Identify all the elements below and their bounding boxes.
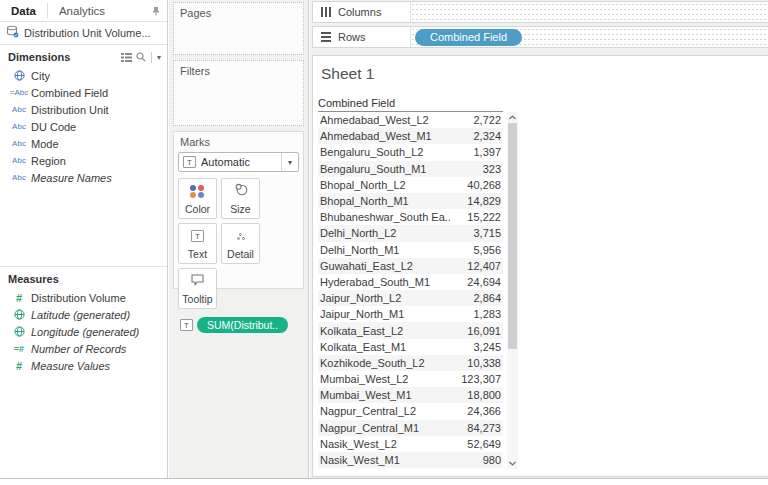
row-header: Kozhikode_South_L2 bbox=[318, 357, 450, 369]
globe-icon bbox=[14, 306, 25, 324]
marks-size-button[interactable]: Size bbox=[221, 178, 260, 219]
row-header: Bhopal_North_L2 bbox=[318, 179, 450, 191]
cell-value: 14,829 bbox=[450, 195, 501, 207]
measure-field[interactable]: Longitude (generated) bbox=[0, 323, 167, 340]
dimension-field[interactable]: AbcRegion bbox=[0, 152, 167, 169]
sheet-title[interactable]: Sheet 1 bbox=[313, 56, 768, 83]
table-row[interactable]: Jaipur_North_M11,283 bbox=[318, 306, 503, 322]
tab-data[interactable]: Data bbox=[0, 0, 47, 21]
dimension-field[interactable]: AbcMeasure Names bbox=[0, 169, 167, 186]
dimensions-list: City=AbcCombined FieldAbcDistribution Un… bbox=[0, 67, 167, 186]
scroll-down-icon[interactable] bbox=[507, 458, 518, 469]
table-row[interactable]: Mumbai_West_M118,800 bbox=[318, 387, 503, 403]
marks-card: Marks T Automatic ▾ ColorSizeTTextDetail… bbox=[173, 131, 304, 289]
marks-tooltip-button[interactable]: Tooltip bbox=[178, 268, 217, 309]
mark-button-label: Size bbox=[230, 203, 250, 215]
search-icon[interactable] bbox=[136, 48, 146, 66]
worksheet: Sheet 1 Combined Field Ahmedabad_West_L2… bbox=[312, 55, 768, 477]
table-row[interactable]: Hyderabad_South_M124,694 bbox=[318, 274, 503, 290]
table-row[interactable]: Kozhikode_South_L210,338 bbox=[318, 355, 503, 371]
measure-field[interactable]: =#Number of Records bbox=[0, 340, 167, 357]
table-row[interactable]: Delhi_North_M15,956 bbox=[318, 242, 503, 258]
table-row[interactable]: Nagpur_Central_L224,366 bbox=[318, 403, 503, 419]
table-row[interactable]: Nasik_West_L252,649 bbox=[318, 436, 503, 452]
size-icon bbox=[234, 182, 248, 200]
dimension-field[interactable]: AbcDistribution Unit bbox=[0, 101, 167, 118]
marks-text-button[interactable]: TText bbox=[178, 223, 217, 264]
dimension-field[interactable]: AbcDU Code bbox=[0, 118, 167, 135]
table-row[interactable]: Ahmedabad_West_L22,722 bbox=[318, 112, 503, 128]
datasource-row[interactable]: Distribution Unit Volume... bbox=[0, 22, 167, 45]
row-header: Delhi_North_M1 bbox=[318, 244, 450, 256]
table-row[interactable]: Nagpur_Central_M184,273 bbox=[318, 420, 503, 436]
chevron-down-icon[interactable]: ▾ bbox=[281, 153, 298, 171]
table-row[interactable]: Bengaluru_South_M1323 bbox=[318, 161, 503, 177]
abc-icon: Abc bbox=[12, 173, 26, 182]
hash-icon: # bbox=[16, 360, 22, 372]
marks-detail-button[interactable]: Detail bbox=[221, 223, 260, 264]
text-table: Combined Field Ahmedabad_West_L22,722Ahm… bbox=[318, 97, 503, 468]
dimension-pill[interactable]: Combined Field bbox=[415, 29, 522, 46]
dimension-field[interactable]: AbcMode bbox=[0, 135, 167, 152]
row-header: Mumbai_West_M1 bbox=[318, 389, 450, 401]
mark-button-label: Text bbox=[188, 248, 207, 260]
cell-value: 84,273 bbox=[450, 422, 501, 434]
cell-value: 1,283 bbox=[450, 308, 501, 320]
scrollbar-thumb[interactable] bbox=[508, 123, 517, 349]
row-header: Bengaluru_South_L2 bbox=[318, 146, 450, 158]
detail-icon bbox=[237, 233, 245, 240]
table-row[interactable]: Bhopal_North_L240,268 bbox=[318, 177, 503, 193]
field-label: City bbox=[31, 70, 50, 82]
rows-shelf-label: Rows bbox=[313, 27, 410, 47]
table-row[interactable]: Bengaluru_South_L21,397 bbox=[318, 144, 503, 160]
tab-analytics[interactable]: Analytics bbox=[48, 0, 116, 21]
row-header: Nagpur_Central_M1 bbox=[318, 422, 450, 434]
table-row[interactable]: Bhopal_North_M114,829 bbox=[318, 193, 503, 209]
table-column-header[interactable]: Combined Field bbox=[318, 97, 503, 112]
mark-type-dropdown[interactable]: T Automatic ▾ bbox=[178, 152, 299, 172]
dimensions-header: Dimensions ▾ bbox=[0, 47, 167, 67]
cell-value: 24,694 bbox=[450, 276, 501, 288]
scroll-up-icon[interactable] bbox=[507, 112, 518, 123]
table-row[interactable]: Mumbai_West_L2123,307 bbox=[318, 371, 503, 387]
table-row[interactable]: Ahmedabad_West_M12,324 bbox=[318, 128, 503, 144]
rows-drop-area[interactable]: Combined Field bbox=[410, 27, 768, 47]
measure-field[interactable]: #Distribution Volume bbox=[0, 289, 167, 306]
filters-shelf[interactable]: Filters bbox=[173, 60, 304, 126]
marks-color-button[interactable]: Color bbox=[178, 178, 217, 219]
pages-shelf[interactable]: Pages bbox=[173, 2, 304, 55]
cell-value: 123,307 bbox=[450, 373, 501, 385]
dimension-field[interactable]: =AbcCombined Field bbox=[0, 84, 167, 101]
measure-field[interactable]: #Measure Values bbox=[0, 357, 167, 374]
field-label: Measure Names bbox=[31, 172, 112, 184]
vertical-scrollbar[interactable] bbox=[507, 112, 518, 469]
dimension-field[interactable]: City bbox=[0, 67, 167, 84]
table-row[interactable]: Kolkata_East_L216,091 bbox=[318, 322, 503, 338]
data-pane: Data Analytics Distribution Unit Volume.… bbox=[0, 0, 168, 478]
mark-button-label: Detail bbox=[227, 248, 254, 260]
table-row[interactable]: Nasik_West_M1980 bbox=[318, 452, 503, 468]
measures-section: Measures #Distribution VolumeLatitude (g… bbox=[0, 266, 167, 374]
columns-drop-area[interactable] bbox=[410, 2, 768, 22]
row-header: Guwahati_East_L2 bbox=[318, 260, 450, 272]
row-header: Nagpur_Central_L2 bbox=[318, 405, 450, 417]
cell-value: 5,956 bbox=[450, 244, 501, 256]
view-as-list-icon[interactable] bbox=[121, 48, 132, 66]
measure-pill[interactable]: SUM(Distribut.. bbox=[197, 317, 288, 333]
table-row[interactable]: Bhubaneshwar_South Ea..15,222 bbox=[318, 209, 503, 225]
chevron-down-icon[interactable]: ▾ bbox=[157, 53, 161, 62]
tableau-window: Data Analytics Distribution Unit Volume.… bbox=[0, 0, 768, 485]
eq-hash-icon: =# bbox=[14, 344, 24, 354]
datasource-name: Distribution Unit Volume... bbox=[24, 27, 151, 39]
measure-field[interactable]: Latitude (generated) bbox=[0, 306, 167, 323]
pin-icon[interactable] bbox=[152, 0, 160, 21]
globe-icon bbox=[14, 323, 25, 341]
table-row[interactable]: Guwahati_East_L212,407 bbox=[318, 258, 503, 274]
table-row[interactable]: Delhi_North_L23,715 bbox=[318, 225, 503, 241]
row-header: Kolkata_East_M1 bbox=[318, 341, 450, 353]
row-header: Delhi_North_L2 bbox=[318, 227, 450, 239]
abc-icon: Abc bbox=[12, 105, 26, 114]
cell-value: 52,649 bbox=[450, 438, 501, 450]
table-row[interactable]: Kolkata_East_M13,245 bbox=[318, 339, 503, 355]
table-row[interactable]: Jaipur_North_L22,864 bbox=[318, 290, 503, 306]
